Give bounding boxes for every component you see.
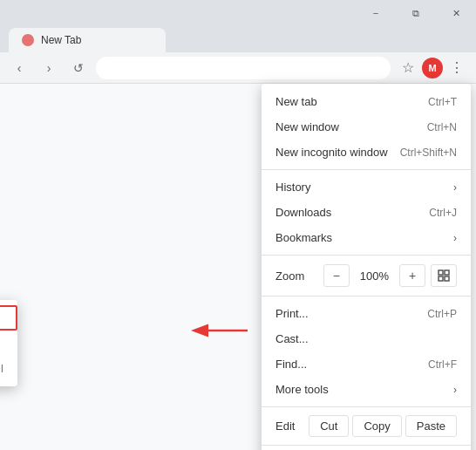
divider xyxy=(262,406,471,407)
divider xyxy=(262,445,471,446)
fullscreen-button[interactable] xyxy=(431,264,457,287)
address-bar[interactable] xyxy=(96,57,391,79)
forward-button[interactable]: › xyxy=(37,56,61,80)
menu-item-label: Print... xyxy=(275,307,427,320)
divider xyxy=(262,169,471,170)
menu-item-label: New incognito window xyxy=(275,146,400,159)
zoom-out-button[interactable]: − xyxy=(323,264,350,287)
help-submenu: About Google Chrome Help center Report a… xyxy=(0,300,17,386)
menu-item-label: Downloads xyxy=(275,206,429,219)
menu-item-label: Bookmarks xyxy=(275,231,453,244)
menu-item-label: Find... xyxy=(275,358,428,371)
minimize-button[interactable]: − xyxy=(356,0,396,26)
copy-button[interactable]: Copy xyxy=(352,415,401,437)
menu-item-shortcut: Ctrl+J xyxy=(429,207,457,219)
menu-icon[interactable]: ⋮ xyxy=(445,56,469,80)
maximize-button[interactable]: ⧉ xyxy=(396,0,436,26)
edit-row: Edit Cut Copy Paste xyxy=(262,412,471,440)
svg-rect-3 xyxy=(445,276,449,281)
menu-item-label: Cast... xyxy=(275,332,457,345)
menu-item-print[interactable]: Print... Ctrl+P xyxy=(262,301,471,326)
menu-item-new-incognito[interactable]: New incognito window Ctrl+Shift+N xyxy=(262,140,471,165)
svg-rect-1 xyxy=(445,270,449,275)
menu-item-shortcut: Ctrl+T xyxy=(428,96,457,108)
menu-item-find[interactable]: Find... Ctrl+F xyxy=(262,351,471,377)
main-content: New tab Ctrl+T New window Ctrl+N New inc… xyxy=(0,84,476,450)
browser-tab[interactable]: New Tab xyxy=(9,28,166,52)
arrow-annotation xyxy=(187,313,256,351)
star-icon[interactable]: ☆ xyxy=(396,56,420,80)
submenu-item-report-issue[interactable]: Report an issue... Alt+Shift+I xyxy=(0,356,17,381)
tab-title: New Tab xyxy=(41,34,81,46)
title-bar: − ⧉ ✕ xyxy=(0,0,476,26)
submenu-item-about[interactable]: About Google Chrome xyxy=(0,305,17,331)
address-bar-row: ‹ › ↺ ☆ M ⋮ xyxy=(0,52,476,84)
menu-item-new-tab[interactable]: New tab Ctrl+T xyxy=(262,89,471,114)
browser-window: − ⧉ ✕ New Tab ‹ › ↺ ☆ M ⋮ New tab xyxy=(0,0,476,450)
menu-item-label: History xyxy=(275,181,453,194)
browser-chrome: − ⧉ ✕ New Tab xyxy=(0,0,476,52)
tab-bar: New Tab xyxy=(0,26,476,52)
back-button[interactable]: ‹ xyxy=(7,56,31,80)
menu-item-bookmarks[interactable]: Bookmarks › xyxy=(262,225,471,250)
zoom-value: 100% xyxy=(351,269,398,283)
zoom-row: Zoom − 100% + xyxy=(262,260,471,291)
zoom-controls: − 100% + xyxy=(323,264,457,287)
reload-button[interactable]: ↺ xyxy=(66,56,91,80)
paste-button[interactable]: Paste xyxy=(405,415,457,437)
menu-item-history[interactable]: History › xyxy=(262,174,471,200)
menu-item-shortcut: Ctrl+N xyxy=(427,121,457,133)
arrow-icon: › xyxy=(453,232,457,244)
zoom-label: Zoom xyxy=(275,269,323,283)
svg-rect-0 xyxy=(439,270,443,275)
title-bar-buttons: − ⧉ ✕ xyxy=(356,0,476,26)
submenu-item-help-center[interactable]: Help center xyxy=(0,331,17,356)
submenu-item-shortcut: Alt+Shift+I xyxy=(0,363,3,375)
arrow-icon: › xyxy=(453,181,457,194)
menu-item-label: More tools xyxy=(275,383,453,396)
menu-item-shortcut: Ctrl+P xyxy=(427,308,457,320)
close-button[interactable]: ✕ xyxy=(436,0,476,26)
zoom-in-button[interactable]: + xyxy=(399,264,425,287)
menu-item-label: New tab xyxy=(275,95,428,108)
arrow-icon: › xyxy=(453,384,457,396)
menu-item-more-tools[interactable]: More tools › xyxy=(262,377,471,402)
profile-icon[interactable]: M xyxy=(422,58,443,78)
divider xyxy=(262,255,471,256)
arrow-svg xyxy=(187,313,256,348)
dropdown-menu: New tab Ctrl+T New window Ctrl+N New inc… xyxy=(262,84,471,450)
menu-item-cast[interactable]: Cast... xyxy=(262,326,471,351)
svg-rect-2 xyxy=(439,276,443,281)
cut-button[interactable]: Cut xyxy=(309,415,349,437)
edit-label: Edit xyxy=(275,419,305,433)
toolbar-icons: ☆ M ⋮ xyxy=(396,56,469,80)
divider xyxy=(262,296,471,297)
menu-item-shortcut: Ctrl+F xyxy=(428,358,457,371)
menu-item-downloads[interactable]: Downloads Ctrl+J xyxy=(262,200,471,225)
tab-favicon xyxy=(22,34,34,46)
menu-item-shortcut: Ctrl+Shift+N xyxy=(400,147,457,159)
menu-item-label: New window xyxy=(275,120,427,133)
menu-item-new-window[interactable]: New window Ctrl+N xyxy=(262,114,471,140)
